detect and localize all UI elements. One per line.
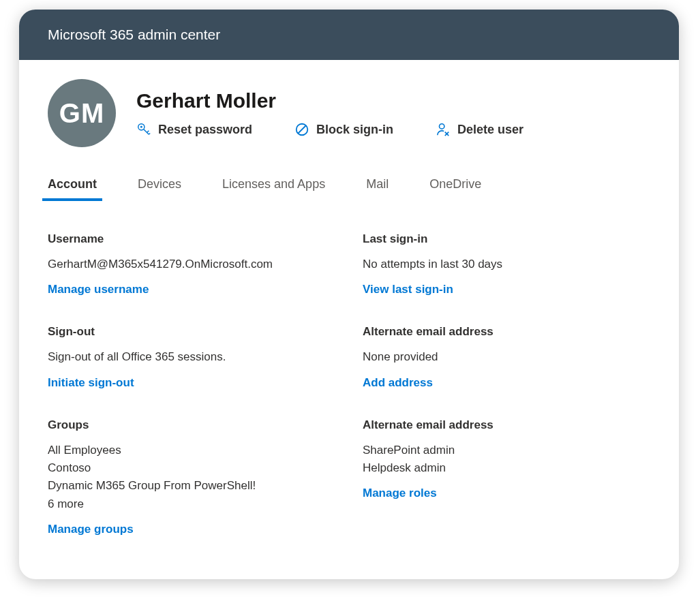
groups-line-2: Contoso [48,459,335,477]
roles-heading: Alternate email address [363,418,650,432]
add-address-link[interactable]: Add address [363,376,433,390]
tab-devices[interactable]: Devices [138,177,181,200]
groups-section: Groups All Employees Contoso Dynamic M36… [48,418,335,536]
key-icon [136,122,151,137]
tab-onedrive[interactable]: OneDrive [429,177,481,200]
roles-line-1: SharePoint admin [363,442,650,459]
tab-licenses[interactable]: Licenses and Apps [222,177,325,200]
username-heading: Username [48,232,335,246]
reset-password-button[interactable]: Reset password [136,122,252,137]
tabs: Account Devices Licenses and Apps Mail O… [19,154,679,200]
block-signin-button[interactable]: Block sign-in [294,122,393,137]
roles-line-2: Helpdesk admin [363,459,650,477]
account-content: Username GerhartM@M365x541279.OnMicrosof… [19,200,679,550]
alt-email-heading: Alternate email address [363,325,650,339]
last-signin-section: Last sign-in No attempts in last 30 days… [363,232,650,296]
svg-point-4 [440,124,444,129]
tab-account[interactable]: Account [48,177,97,200]
manage-roles-link[interactable]: Manage roles [363,487,437,500]
initiate-signout-link[interactable]: Initiate sign-out [48,376,134,390]
groups-heading: Groups [48,418,335,432]
roles-section: Alternate email address SharePoint admin… [363,418,650,536]
last-signin-heading: Last sign-in [363,232,650,246]
admin-card: Microsoft 365 admin center GM Gerhart Mo… [19,10,679,579]
svg-line-3 [299,126,306,134]
user-name: Gerhart Moller [136,89,650,112]
app-title: Microsoft 365 admin center [48,27,220,43]
signout-heading: Sign-out [48,325,335,339]
svg-point-1 [140,126,142,128]
view-last-signin-link[interactable]: View last sign-in [363,283,453,296]
signout-section: Sign-out Sign-out of all Office 365 sess… [48,325,335,389]
username-value: GerhartM@M365x541279.OnMicrosoft.com [48,256,335,273]
action-row: Reset password Block sign-in [136,122,650,137]
tab-mail[interactable]: Mail [366,177,389,200]
username-section: Username GerhartM@M365x541279.OnMicrosof… [48,232,335,296]
reset-password-label: Reset password [158,123,252,137]
block-icon [294,122,309,137]
user-info: Gerhart Moller Reset password [136,89,650,137]
groups-line-4: 6 more [48,495,335,513]
manage-username-link[interactable]: Manage username [48,283,149,296]
person-delete-icon [436,122,451,137]
groups-line-1: All Employees [48,442,335,459]
last-signin-value: No attempts in last 30 days [363,256,650,273]
delete-user-label: Delete user [457,123,524,137]
manage-groups-link[interactable]: Manage groups [48,523,134,536]
titlebar: Microsoft 365 admin center [19,10,679,60]
groups-line-3: Dynamic M365 Group From PowerShell! [48,477,335,495]
avatar: GM [48,79,116,147]
alt-email-section: Alternate email address None provided Ad… [363,325,650,389]
avatar-initials: GM [59,98,104,129]
delete-user-button[interactable]: Delete user [436,122,524,137]
alt-email-value: None provided [363,348,650,366]
block-signin-label: Block sign-in [316,123,393,137]
user-header: GM Gerhart Moller Reset password [19,60,679,154]
signout-value: Sign-out of all Office 365 sessions. [48,348,335,366]
